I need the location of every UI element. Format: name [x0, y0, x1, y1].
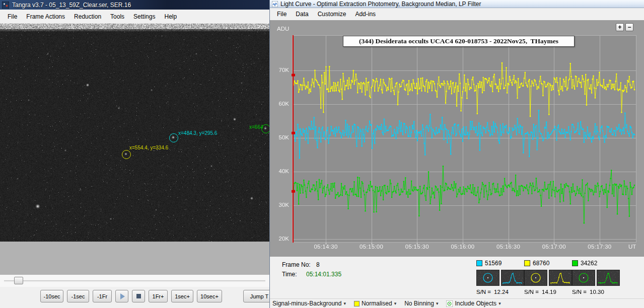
trackbar-thumb[interactable]	[14, 277, 23, 284]
transport-controls: -10sec -1sec -1Fr 1Fr+ 1sec+ 10sec+	[40, 290, 222, 302]
binning-label: No Binning	[404, 300, 434, 307]
target1-sn-label: S/N =	[476, 289, 491, 295]
back-1sec-button[interactable]: -1sec	[67, 290, 89, 302]
x-tick-label: 05:16:30	[491, 244, 526, 250]
target3-sn-value: 10.30	[590, 289, 604, 295]
target2-aperture-ring	[122, 150, 131, 159]
fwd-1sec-button[interactable]: 1sec+	[171, 290, 193, 302]
target1-psf-thumbnail	[501, 270, 524, 286]
desktop: Tangra v3.7 - 05_13_59Z_Clear.ser, SER.1…	[0, 0, 644, 308]
target1-coords-label: x=484.3, y=295.6	[178, 130, 217, 136]
menu-settings[interactable]: Settings	[129, 11, 160, 22]
target3-aperture-thumbnail	[572, 270, 595, 286]
chart-title: (344) Desiderata occults UCAC4 620-01875…	[343, 36, 575, 47]
target2-intensity-value: 68760	[533, 260, 549, 267]
jump-to-frame-button[interactable]: Jump T	[243, 290, 269, 302]
frame-no-label: Frame No:	[282, 261, 311, 268]
frame-no-value: 8	[316, 261, 320, 268]
normalisation-dropdown[interactable]: Normalised ▾	[354, 300, 396, 307]
menu-help[interactable]: Help	[160, 11, 181, 22]
y-tick-label: 30K	[271, 202, 289, 208]
light-curve-titlebar[interactable]: Light Curve - Optimal Extraction Photome…	[270, 0, 644, 8]
tangra-titlebar[interactable]: Tangra v3.7 - 05_13_59Z_Clear.ser, SER.1…	[0, 0, 269, 10]
y-axis-title: ADU	[277, 26, 289, 32]
back-1frame-button[interactable]: -1Fr	[93, 290, 112, 302]
y-tick-label: 50K	[271, 134, 289, 140]
normalisation-label: Normalised	[362, 300, 392, 307]
binning-dropdown[interactable]: No Binning ▾	[404, 300, 438, 307]
target1-aperture-thumbnail	[476, 270, 499, 286]
menu-lc-addins[interactable]: Add-ins	[350, 9, 380, 20]
menu-tools[interactable]: Tools	[106, 11, 129, 22]
trackbar-groove	[4, 280, 265, 282]
target3-color-swatch	[572, 260, 578, 266]
stop-icon	[136, 294, 141, 298]
x-tick-label: 05:14:30	[308, 244, 343, 250]
include-objects-icon	[446, 300, 453, 307]
x-tick-label: 05:17:00	[536, 244, 571, 250]
light-curve-menubar: File Data Customize Add-ins	[270, 8, 644, 20]
target1-color-swatch	[476, 260, 482, 266]
menu-frame-actions[interactable]: Frame Actions	[22, 11, 69, 22]
light-curve-status-strip: Signal-minus-Background ▾ Normalised ▾ N…	[270, 298, 644, 308]
menu-lc-file[interactable]: File	[272, 9, 291, 20]
target-legend-column: 68760 S/N = 14.19	[524, 260, 573, 295]
fwd-10sec-button[interactable]: 10sec+	[197, 290, 222, 302]
target3-sn-label: S/N =	[572, 289, 587, 295]
light-curve-chart[interactable]: ADU 70K 60K 50K 40K 30K 20K 05:14:30 05:…	[270, 20, 644, 257]
tangra-menubar: File Frame Actions Reduction Tools Setti…	[0, 10, 269, 24]
x-tick-label: 05:16:00	[445, 244, 480, 250]
include-objects-label: Include Objects	[455, 300, 496, 307]
starfield-image	[0, 24, 269, 242]
zoom-out-button[interactable]: −	[625, 23, 633, 31]
signal-mode-dropdown[interactable]: Signal-minus-Background ▾	[272, 300, 346, 307]
tangra-main-window: Tangra v3.7 - 05_13_59Z_Clear.ser, SER.1…	[0, 0, 269, 308]
menu-lc-data[interactable]: Data	[291, 9, 313, 20]
play-icon	[120, 293, 125, 299]
menu-reduction[interactable]: Reduction	[69, 11, 106, 22]
x-tick-label: 05:15:00	[354, 244, 389, 250]
target3-coords-label: x=664	[249, 124, 263, 130]
signal-mode-label: Signal-minus-Background	[272, 300, 341, 307]
time-label: Time:	[282, 271, 297, 278]
target3-psf-thumbnail	[597, 270, 620, 286]
dropdown-arrow-icon: ▾	[498, 301, 501, 306]
x-tick-label: 05:15:30	[399, 244, 435, 250]
normalised-reference-icon	[354, 301, 360, 306]
target2-aperture-thumbnail	[524, 270, 547, 286]
target3-intensity-value: 34262	[581, 260, 597, 267]
target2-coords-label: x=554.4, y=334.6	[129, 145, 168, 150]
frame-position-trackbar[interactable]	[0, 275, 269, 287]
y-tick-label: 60K	[271, 101, 289, 107]
x-axis-title: UT	[628, 244, 636, 250]
video-frame-view[interactable]: x=484.3, y=295.6 x=554.4, y=334.6 x=664	[0, 24, 269, 242]
fwd-1frame-button[interactable]: 1Fr+	[149, 290, 168, 302]
target1-intensity-value: 51569	[485, 260, 502, 267]
time-value: 05:14:01.335	[306, 271, 341, 278]
target2-sn-label: S/N =	[524, 289, 539, 295]
target-legend-column: 34262 S/N = 10.30	[572, 260, 620, 295]
tangra-app-icon	[2, 2, 9, 9]
dropdown-arrow-icon: ▾	[436, 301, 439, 306]
play-button[interactable]	[115, 290, 128, 302]
include-objects-dropdown[interactable]: Include Objects ▾	[446, 300, 500, 307]
back-10sec-button[interactable]: -10sec	[40, 290, 63, 302]
chart-canvas	[270, 20, 644, 257]
light-curve-app-icon	[272, 1, 278, 7]
tangra-window-title: Tangra v3.7 - 05_13_59Z_Clear.ser, SER.1…	[12, 2, 131, 9]
target2-sn-value: 14.19	[542, 289, 556, 295]
x-tick-label: 05:17:30	[582, 244, 617, 250]
stop-button[interactable]	[132, 290, 145, 302]
light-curve-window: Light Curve - Optimal Extraction Photome…	[269, 0, 644, 308]
y-tick-label: 70K	[271, 67, 289, 73]
target-legend-column: 51569 S/N = 12.24	[476, 260, 525, 295]
light-curve-window-title: Light Curve - Optimal Extraction Photome…	[280, 1, 481, 8]
target2-psf-thumbnail	[549, 270, 572, 286]
menu-file[interactable]: File	[3, 11, 22, 22]
measurement-info-area: Frame No: 8 Time: 05:14:01.335 51569 S/N…	[270, 257, 644, 298]
y-tick-label: 40K	[271, 168, 289, 174]
y-tick-label: 20K	[271, 236, 289, 242]
target1-aperture-ring	[169, 133, 178, 142]
zoom-in-button[interactable]: +	[616, 23, 624, 31]
menu-lc-customize[interactable]: Customize	[313, 9, 351, 20]
